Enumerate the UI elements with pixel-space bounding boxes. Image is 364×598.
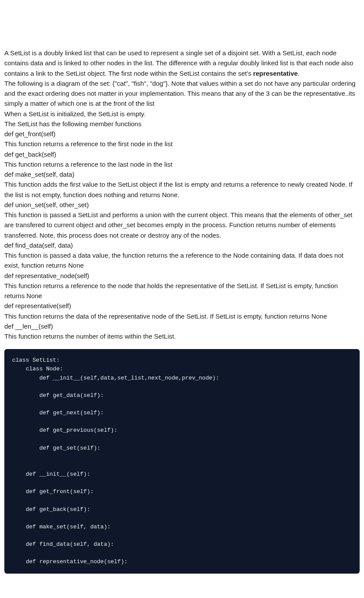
intro-text-1a: A SetList is a doubly linked list that c… xyxy=(4,49,353,77)
intro-text-1c: . xyxy=(298,70,300,77)
code-block: class SetList: class Node: def __init__(… xyxy=(4,349,360,573)
function-description: This function returns a reference to the… xyxy=(4,139,360,149)
function-description: This function adds the first value to th… xyxy=(4,179,360,200)
function-description: This function is passed a data value, th… xyxy=(4,250,360,271)
intro-paragraph-2: The following is a diagram of the set: {… xyxy=(4,78,360,109)
function-signature: def get_front(self) xyxy=(4,129,360,139)
document-body: A SetList is a doubly linked list that c… xyxy=(4,48,360,574)
function-signature: def __len__(self) xyxy=(4,321,360,331)
function-description: This function returns the number of item… xyxy=(4,331,360,341)
function-signature: def representative(self) xyxy=(4,301,360,311)
function-description: This function returns the data of the re… xyxy=(4,311,360,321)
function-description: This function returns a reference to the… xyxy=(4,159,360,169)
function-signature: def find_data(self, data) xyxy=(4,240,360,250)
intro-paragraph-1: A SetList is a doubly linked list that c… xyxy=(4,48,360,78)
function-description: This function is passed a SetList and pe… xyxy=(4,210,360,240)
intro-paragraph-4: The SetList has the following member fun… xyxy=(4,119,360,129)
function-description: This function returns a reference to the… xyxy=(4,281,360,301)
intro-paragraph-3: When a SetList is initialized, the SetLi… xyxy=(4,109,360,119)
intro-text-1b-bold: representative xyxy=(253,70,298,77)
function-signature: def make_set(self, data) xyxy=(4,169,360,179)
functions-list: def get_front(self)This function returns… xyxy=(4,129,360,341)
function-signature: def representative_node(self) xyxy=(4,271,360,281)
function-signature: def union_set(self, other_set) xyxy=(4,200,360,210)
function-signature: def get_back(self) xyxy=(4,149,360,159)
